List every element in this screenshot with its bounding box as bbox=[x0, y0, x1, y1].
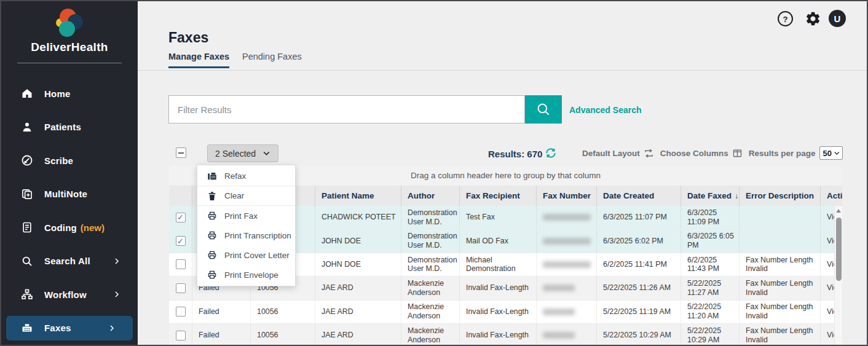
sidebar-item-faxes[interactable]: Faxes bbox=[6, 316, 133, 340]
sidebar: DeliverHealth Home Patients Scribe bbox=[1, 1, 138, 345]
header-date-created[interactable]: Date Created bbox=[596, 186, 681, 206]
sidebar-item-label: MultiNote bbox=[44, 189, 87, 199]
sidebar-item-label: Scribe bbox=[44, 155, 73, 166]
svg-text:?: ? bbox=[783, 15, 788, 24]
sidebar-item-workflow[interactable]: Workflow bbox=[1, 278, 138, 312]
sidebar-item-home[interactable]: Home bbox=[1, 77, 138, 111]
filter-results-input[interactable] bbox=[168, 95, 525, 124]
workflow-icon bbox=[21, 288, 33, 301]
chevron-down-icon bbox=[262, 149, 270, 157]
cell-patient: JOHN DOE bbox=[315, 229, 401, 252]
check-icon: ✓ bbox=[177, 237, 184, 245]
cell-error bbox=[739, 229, 820, 252]
sidebar-item-search-all[interactable]: Search All bbox=[1, 245, 138, 278]
choose-columns-button[interactable]: Choose Columns bbox=[660, 148, 743, 159]
coding-icon bbox=[21, 221, 33, 234]
row-checkbox[interactable] bbox=[176, 283, 186, 293]
sidebar-item-scribe[interactable]: Scribe bbox=[1, 144, 138, 178]
bulk-actions-label: 2 Selected bbox=[215, 149, 256, 159]
menu-item-print-envelope[interactable]: Print Envelope bbox=[197, 265, 295, 285]
cell-patient: JAE ARD bbox=[315, 301, 401, 323]
cell-patient: JAE ARD bbox=[315, 324, 401, 346]
row-checkbox[interactable] bbox=[176, 259, 186, 269]
cell-fax-number-redacted bbox=[536, 324, 596, 346]
menu-item-print-transcription[interactable]: Print Transcription bbox=[197, 226, 295, 245]
menu-item-label: Print Cover Letter bbox=[224, 251, 290, 260]
header-error-description[interactable]: Error Description bbox=[739, 186, 820, 206]
scrollbar-thumb[interactable] bbox=[836, 218, 842, 281]
bulk-actions-dropdown-button[interactable]: 2 Selected bbox=[207, 144, 278, 162]
main-content: ? U Faxes Manage Faxes Pending Faxes Adv… bbox=[138, 1, 867, 345]
menu-item-print-cover-letter[interactable]: Print Cover Letter bbox=[197, 245, 295, 265]
cell-fax-number-redacted bbox=[536, 277, 596, 299]
page-title: Faxes bbox=[168, 29, 208, 46]
table-row[interactable]: Failed 10056 JAE ARD Mackenzie Anderson … bbox=[169, 301, 842, 324]
row-checkbox[interactable] bbox=[176, 307, 186, 317]
advanced-search-link[interactable]: Advanced Search bbox=[569, 105, 642, 115]
refresh-icon[interactable] bbox=[545, 147, 557, 159]
tab-pending-faxes[interactable]: Pending Faxes bbox=[242, 52, 302, 61]
header-fax-number[interactable]: Fax Number bbox=[536, 186, 596, 206]
menu-item-refax[interactable]: Refax bbox=[197, 167, 295, 186]
header-patient-name[interactable]: Patient Name bbox=[315, 186, 401, 206]
printer-icon bbox=[207, 250, 217, 260]
menu-item-label: Print Envelope bbox=[224, 270, 278, 280]
cell-fax-recipient: Invalid Fax-Length bbox=[459, 277, 536, 299]
cell-author: Demonstration User M.D. bbox=[401, 206, 459, 229]
tabs-divider bbox=[138, 70, 867, 71]
cell-date-created: 5/22/2025 11:19 AM bbox=[596, 301, 681, 323]
menu-item-print-fax[interactable]: Print Fax bbox=[197, 206, 295, 226]
row-checkbox[interactable] bbox=[176, 331, 186, 340]
header-date-faxed[interactable]: Date Faxed↓ bbox=[681, 186, 739, 206]
menu-item-clear[interactable]: Clear bbox=[197, 186, 295, 206]
table-row[interactable]: Failed 10056 JAE ARD Mackenzie Anderson … bbox=[169, 324, 842, 346]
chevron-down-icon bbox=[834, 150, 840, 157]
cell-fax-number-redacted bbox=[536, 301, 596, 323]
cell-error bbox=[739, 206, 820, 229]
cell-error: Fax Number Length Invalid bbox=[739, 324, 820, 346]
sidebar-item-coding[interactable]: Coding (new) bbox=[1, 211, 138, 245]
sidebar-item-label: Patients bbox=[44, 122, 81, 132]
gear-icon[interactable] bbox=[805, 10, 821, 27]
results-count: Results: 670 bbox=[488, 149, 542, 159]
cell-author: Demonstration User M.D. bbox=[401, 253, 459, 276]
trash-icon bbox=[207, 191, 217, 201]
cell-patient: JOHN DOE bbox=[315, 253, 401, 276]
row-checkbox[interactable]: ✓ bbox=[176, 213, 186, 222]
search-button[interactable] bbox=[525, 95, 562, 124]
header-actions[interactable]: Actions bbox=[820, 186, 842, 206]
tab-manage-faxes[interactable]: Manage Faxes bbox=[168, 52, 229, 68]
help-icon[interactable]: ? bbox=[777, 10, 794, 27]
columns-icon bbox=[732, 148, 743, 159]
sidebar-item-multinote[interactable]: MultiNote bbox=[1, 178, 138, 211]
header-author[interactable]: Author bbox=[401, 186, 459, 206]
brand-name: DeliverHealth bbox=[1, 41, 138, 54]
user-avatar[interactable]: U bbox=[829, 10, 846, 27]
header-checkbox-column bbox=[169, 186, 192, 206]
scroll-up-icon[interactable] bbox=[836, 209, 841, 213]
menu-item-label: Clear bbox=[224, 191, 244, 200]
menu-item-label: Print Fax bbox=[224, 211, 258, 221]
sidebar-item-patients[interactable]: Patients bbox=[1, 111, 138, 144]
cell-fax-recipient: Michael Demonstration bbox=[459, 253, 536, 276]
select-all-checkbox[interactable] bbox=[176, 147, 186, 158]
cell-date-faxed: 6/3/2025 6:05 PM bbox=[681, 229, 739, 252]
cell-date-faxed: 5/22/2025 11:27 AM bbox=[681, 277, 739, 299]
default-layout-button[interactable]: Default Layout bbox=[582, 148, 654, 159]
cell-error: Fax Number Length Invalid bbox=[739, 253, 820, 276]
cell-author: Demonstration User M.D. bbox=[401, 229, 459, 252]
cell-fax-recipient: Invalid Fax-Length bbox=[459, 301, 536, 323]
row-checkbox[interactable]: ✓ bbox=[176, 236, 186, 246]
vertical-scrollbar[interactable] bbox=[834, 206, 842, 346]
cell-status: Failed bbox=[192, 301, 250, 323]
cell-fax-number-redacted bbox=[536, 229, 596, 252]
header-fax-recipient[interactable]: Fax Recipient bbox=[459, 186, 536, 206]
cell-fax-recipient: Test Fax bbox=[459, 206, 536, 229]
page-size-select[interactable]: 50 bbox=[819, 146, 843, 160]
default-layout-label: Default Layout bbox=[582, 149, 640, 158]
cell-fax-recipient: Mail OD Fax bbox=[459, 229, 536, 252]
cell-date-faxed: 5/22/2025 10:29 AM bbox=[681, 324, 739, 346]
chevron-right-icon bbox=[113, 291, 120, 298]
sort-desc-icon: ↓ bbox=[735, 192, 738, 200]
home-icon bbox=[21, 87, 33, 100]
